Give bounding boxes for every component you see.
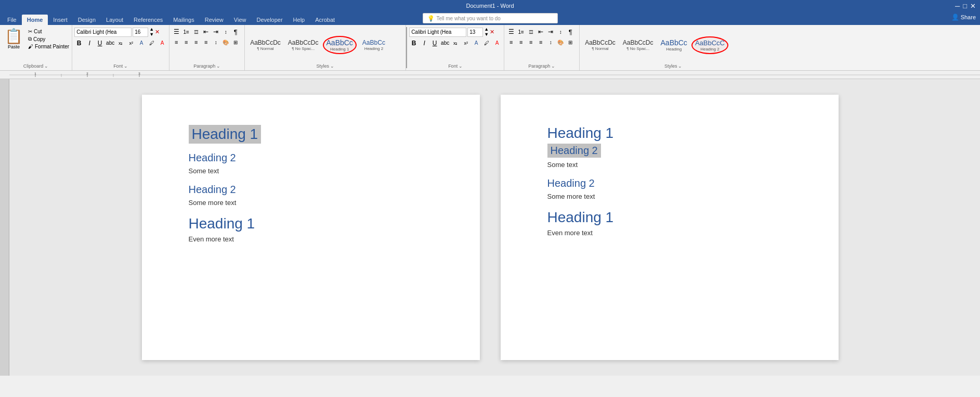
- clear-format-button[interactable]: ✕: [155, 29, 160, 35]
- doc-text-a-right[interactable]: Some text: [547, 160, 802, 169]
- style-heading2-left[interactable]: AaBbCc Heading 2: [358, 37, 390, 53]
- paragraph-dialog-right[interactable]: ⌄: [551, 63, 555, 69]
- doc-heading1-b-right[interactable]: Heading 1: [547, 209, 802, 226]
- doc-text-c-right[interactable]: Even more text: [547, 228, 802, 237]
- styles-dialog-icon-right[interactable]: ⌄: [678, 63, 682, 69]
- style-heading-right[interactable]: AaBbCc Heading: [658, 36, 690, 54]
- menu-review[interactable]: Review: [200, 15, 229, 25]
- doc-heading2-b-right[interactable]: Heading 2: [547, 177, 802, 189]
- borders-button-right[interactable]: ⊞: [566, 37, 575, 47]
- clipboard-dialog-icon[interactable]: ⌄: [44, 63, 48, 69]
- show-formatting-right[interactable]: ¶: [566, 27, 575, 36]
- underline-button-right[interactable]: U: [430, 39, 439, 48]
- multilevel-list-button[interactable]: ☲: [191, 27, 201, 36]
- doc-text-a-left[interactable]: Some text: [189, 166, 443, 175]
- share-button[interactable]: Share: [961, 14, 976, 20]
- style-no-spacing-right[interactable]: AaBbCcDc ¶ No Spac...: [620, 37, 657, 53]
- menu-view[interactable]: View: [229, 15, 252, 25]
- underline-button[interactable]: U: [95, 39, 104, 48]
- style-heading1-left[interactable]: AaBbCc Heading 1: [323, 36, 357, 54]
- font-name-input-right[interactable]: [409, 28, 466, 37]
- doc-text-b-left[interactable]: Some more text: [189, 198, 443, 207]
- strikethrough-button[interactable]: abc: [106, 39, 115, 48]
- align-center-right[interactable]: ≡: [516, 37, 526, 47]
- show-formatting-button[interactable]: ¶: [231, 27, 240, 36]
- doc-heading2-a-left[interactable]: Heading 2: [189, 152, 443, 164]
- style-no-spacing-left[interactable]: AaBbCcDc ¶ No Spac...: [285, 37, 322, 53]
- decrease-indent-right[interactable]: ⇤: [536, 27, 545, 36]
- font-name-input[interactable]: [74, 28, 132, 37]
- align-center-button[interactable]: ≡: [181, 37, 191, 47]
- align-right-button[interactable]: ≡: [191, 37, 201, 47]
- increase-indent-button[interactable]: ⇥: [211, 27, 220, 36]
- style-heading2-right[interactable]: AaBbCcC Heading 2: [691, 36, 728, 54]
- bullets-button[interactable]: ☰: [172, 27, 181, 36]
- text-effects-button-right[interactable]: A: [472, 39, 481, 48]
- italic-button[interactable]: I: [85, 39, 94, 48]
- align-left-button[interactable]: ≡: [172, 37, 181, 47]
- doc-heading1-b-left[interactable]: Heading 1: [189, 215, 443, 232]
- text-effects-button[interactable]: A: [137, 39, 146, 48]
- menu-file[interactable]: File: [2, 15, 22, 25]
- menu-references[interactable]: References: [128, 15, 168, 25]
- style-normal-right[interactable]: AaBbCcDc ¶ Normal: [582, 37, 619, 53]
- bullets-button-right[interactable]: ☰: [506, 27, 516, 36]
- doc-heading1-a-right[interactable]: Heading 1: [547, 125, 802, 142]
- doc-heading2-b-left[interactable]: Heading 2: [189, 184, 443, 196]
- borders-button[interactable]: ⊞: [231, 37, 240, 47]
- format-painter-button[interactable]: 🖌 Format Painter: [27, 43, 70, 50]
- numbering-button-right[interactable]: 1≡: [516, 27, 526, 36]
- menu-developer[interactable]: Developer: [251, 15, 288, 25]
- menu-mailings[interactable]: Mailings: [168, 15, 199, 25]
- paragraph-dialog-icon[interactable]: ⌄: [216, 63, 220, 69]
- line-spacing-right[interactable]: ↕: [546, 37, 555, 47]
- doc-heading2-selected-right[interactable]: Heading 2: [547, 144, 802, 158]
- text-highlight-button-right[interactable]: 🖊: [482, 39, 491, 48]
- multilevel-button-right[interactable]: ☲: [526, 27, 535, 36]
- bold-button-right[interactable]: B: [409, 39, 419, 48]
- numbering-button[interactable]: 1≡: [181, 27, 191, 36]
- sort-button[interactable]: ↕: [221, 27, 230, 36]
- bold-button[interactable]: B: [74, 39, 84, 48]
- increase-indent-right[interactable]: ⇥: [546, 27, 555, 36]
- justify-right[interactable]: ≡: [536, 37, 545, 47]
- font-dialog-icon[interactable]: ⌄: [124, 63, 128, 69]
- shading-button[interactable]: 🎨: [221, 37, 230, 47]
- menu-insert[interactable]: Insert: [48, 15, 73, 25]
- doc-heading1-selected-left[interactable]: Heading 1: [189, 125, 262, 144]
- superscript-button[interactable]: x²: [126, 39, 136, 48]
- paste-button[interactable]: 📋 Paste: [2, 27, 26, 52]
- align-left-right[interactable]: ≡: [506, 37, 516, 47]
- doc-text-b-right[interactable]: Some more text: [547, 191, 802, 201]
- font-color-button[interactable]: A: [158, 39, 167, 48]
- superscript-button-right[interactable]: x²: [461, 39, 471, 48]
- italic-button-right[interactable]: I: [420, 39, 429, 48]
- menu-help[interactable]: Help: [288, 15, 310, 25]
- copy-button[interactable]: ⧉ Copy: [27, 35, 70, 43]
- subscript-button[interactable]: x₂: [116, 39, 125, 48]
- menu-layout[interactable]: Layout: [101, 15, 128, 25]
- clear-format-button-right[interactable]: ✕: [490, 29, 494, 35]
- sort-button-right[interactable]: ↕: [556, 27, 565, 36]
- font-size-input-right[interactable]: [467, 28, 483, 37]
- text-highlight-button[interactable]: 🖊: [147, 39, 156, 48]
- menu-home[interactable]: Home: [22, 15, 48, 25]
- styles-dialog-icon-left[interactable]: ⌄: [330, 63, 334, 69]
- justify-button[interactable]: ≡: [201, 37, 211, 47]
- font-size-input[interactable]: [133, 28, 148, 37]
- subscript-button-right[interactable]: x₂: [451, 39, 460, 48]
- decrease-indent-button[interactable]: ⇤: [201, 27, 211, 36]
- style-normal-left[interactable]: AaBbCcDc ¶ Normal: [247, 37, 284, 53]
- menu-design[interactable]: Design: [73, 15, 101, 25]
- doc-text-c-left[interactable]: Even more text: [189, 234, 443, 244]
- font-size-decrease-right[interactable]: ▼: [484, 32, 489, 37]
- shading-button-right[interactable]: 🎨: [556, 37, 565, 47]
- font-size-decrease[interactable]: ▼: [149, 32, 154, 37]
- cut-button[interactable]: ✂ Cut: [27, 28, 70, 35]
- strikethrough-button-right[interactable]: abc: [440, 39, 450, 48]
- menu-acrobat[interactable]: Acrobat: [310, 15, 340, 25]
- line-spacing-button[interactable]: ↕: [211, 37, 220, 47]
- font-color-button-right[interactable]: A: [492, 39, 502, 48]
- align-right-right[interactable]: ≡: [526, 37, 535, 47]
- font-dialog-icon-right[interactable]: ⌄: [459, 63, 463, 69]
